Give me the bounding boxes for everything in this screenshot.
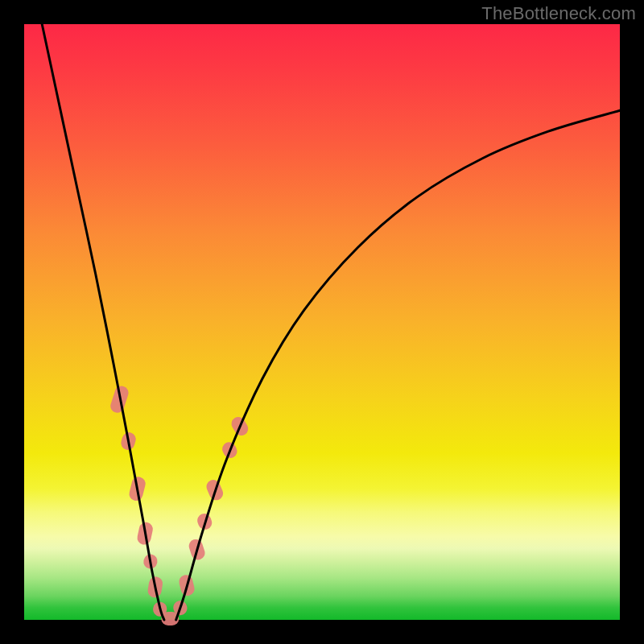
marker-layer xyxy=(109,384,250,625)
left-curve xyxy=(42,24,164,620)
chart-frame: TheBottleneck.com xyxy=(0,0,644,644)
curve-svg xyxy=(24,24,620,620)
watermark-text: TheBottleneck.com xyxy=(481,3,636,24)
plot-area xyxy=(24,24,620,620)
right-curve xyxy=(176,110,620,620)
